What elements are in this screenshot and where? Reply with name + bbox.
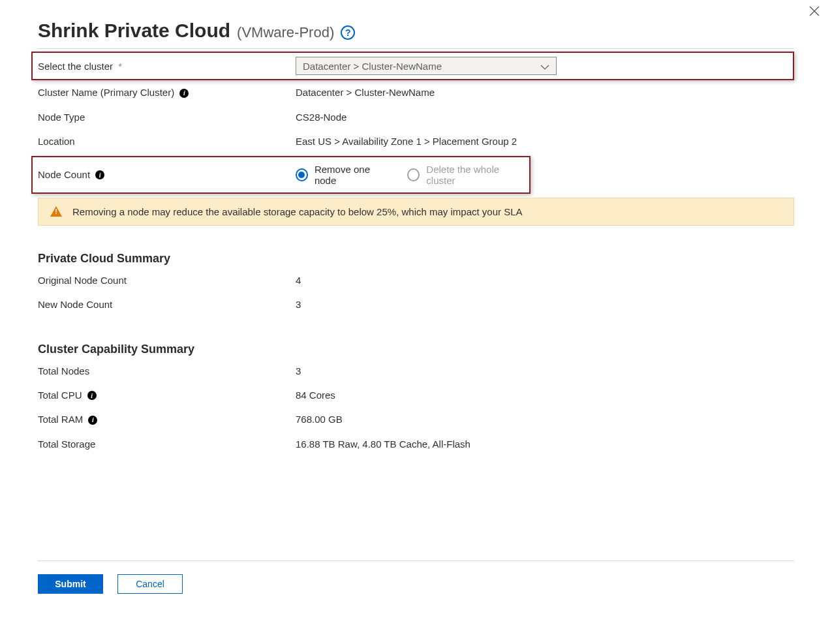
radio-selected-icon	[296, 168, 308, 181]
new-node-count-label: New Node Count	[38, 292, 296, 316]
close-icon[interactable]	[809, 5, 820, 19]
total-cpu-label: Total CPU	[38, 390, 82, 401]
submit-button[interactable]: Submit	[38, 574, 103, 594]
node-type-value: CS28-Node	[296, 105, 794, 129]
select-cluster-row: Select the cluster * Datacenter > Cluste…	[31, 52, 794, 80]
warning-icon	[50, 206, 62, 217]
total-storage-label: Total Storage	[38, 432, 296, 456]
info-icon[interactable]: i	[95, 170, 104, 179]
help-icon[interactable]: ?	[341, 25, 355, 40]
page-title: Shrink Private Cloud	[38, 20, 230, 42]
info-icon[interactable]: i	[179, 89, 189, 98]
divider	[38, 48, 794, 49]
radio-delete-whole-cluster[interactable]: Delete the whole cluster	[407, 164, 524, 186]
location-value: East US > Availability Zone 1 > Placemen…	[296, 129, 794, 153]
total-ram-value: 768.00 GB	[296, 407, 794, 431]
total-cpu-value: 84 Cores	[296, 383, 794, 407]
required-asterisk: *	[116, 61, 122, 72]
cluster-name-label: Cluster Name (Primary Cluster)	[38, 87, 174, 98]
warning-alert: Removing a node may reduce the available…	[38, 198, 794, 226]
radio-remove-one-node[interactable]: Remove one node	[296, 164, 389, 186]
divider	[38, 560, 794, 561]
cancel-button[interactable]: Cancel	[117, 574, 183, 594]
private-cloud-summary-title: Private Cloud Summary	[38, 252, 794, 266]
cluster-name-value: Datacenter > Cluster-NewName	[296, 80, 794, 104]
info-icon[interactable]: i	[87, 391, 97, 400]
info-icon[interactable]: i	[88, 416, 97, 425]
radio-remove-label: Remove one node	[315, 164, 389, 186]
chevron-down-icon	[540, 61, 549, 72]
radio-delete-label: Delete the whole cluster	[426, 164, 524, 186]
cluster-select-value: Datacenter > Cluster-NewName	[303, 61, 442, 72]
node-count-row: Node Count i Remove one node Delete the …	[31, 156, 531, 194]
radio-unselected-icon	[407, 168, 420, 181]
new-node-count-value: 3	[296, 292, 794, 316]
total-ram-label: Total RAM	[38, 414, 83, 425]
total-nodes-label: Total Nodes	[38, 359, 296, 383]
cluster-select[interactable]: Datacenter > Cluster-NewName	[296, 57, 557, 75]
node-count-label: Node Count	[38, 169, 90, 180]
cluster-capability-summary-title: Cluster Capability Summary	[38, 343, 794, 356]
select-cluster-label: Select the cluster	[38, 61, 113, 72]
node-type-label: Node Type	[38, 105, 296, 129]
original-node-count-label: Original Node Count	[38, 268, 296, 292]
total-storage-value: 16.88 TB Raw, 4.80 TB Cache, All-Flash	[296, 432, 794, 456]
warning-text: Removing a node may reduce the available…	[72, 206, 523, 217]
location-label: Location	[38, 129, 296, 153]
total-nodes-value: 3	[296, 359, 794, 383]
page-context: (VMware-Prod)	[237, 24, 334, 41]
original-node-count-value: 4	[296, 268, 794, 292]
